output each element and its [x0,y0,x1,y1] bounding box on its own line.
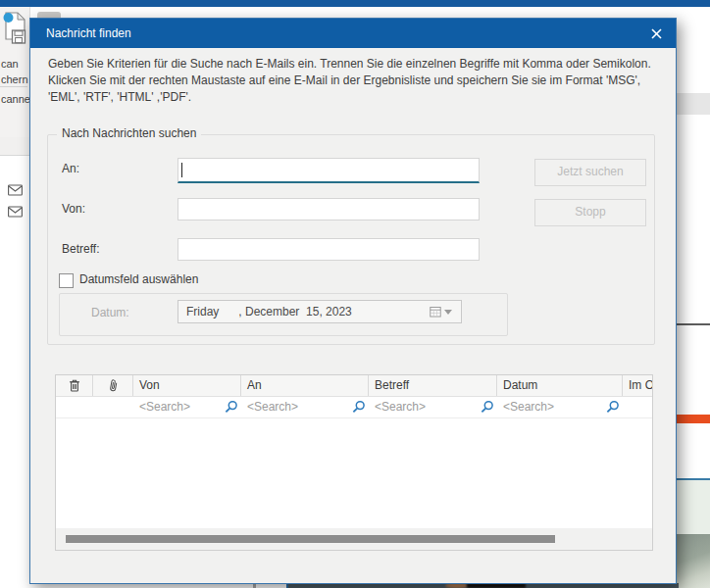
calendar-icon [430,306,441,318]
search-icon[interactable] [352,400,366,414]
filter-placeholder: <Search> [375,397,426,417]
column-header-betreff[interactable]: Betreff [369,375,497,396]
column-header-im-ordner[interactable]: Im O [623,375,652,396]
von-input[interactable] [178,198,480,220]
results-table-header: Von An Betreff Datum Im O [56,375,652,397]
filter-placeholder: <Search> [247,397,298,417]
paperclip-icon [107,378,118,392]
date-value: Friday , December 15, 2023 [186,305,352,318]
reading-pane-rule [677,323,710,325]
find-message-dialog: Nachricht finden Geben Sie Kriterien für… [29,18,677,584]
column-header-an[interactable]: An [241,375,369,396]
ribbon-label-fragment: canne [1,93,30,105]
horizontal-scrollbar[interactable] [56,528,652,550]
scrollbar-thumb[interactable] [66,535,555,543]
filter-betreff[interactable]: <Search> [369,397,497,417]
trash-icon [69,379,80,392]
dialog-title: Nachricht finden [46,19,131,48]
ribbon-label-fragment: chern [1,74,28,85]
envelope-icon [8,206,23,218]
an-label: An: [62,162,79,175]
betreff-label: Betreff: [62,242,99,256]
outlook-titlebar [0,0,710,7]
column-header-von[interactable]: Von [133,375,241,396]
date-group: Datum: Friday , December 15, 2023 [59,293,508,336]
column-header-datum[interactable]: Datum [497,375,623,396]
filter-placeholder: <Search> [503,397,554,417]
datum-label: Datum: [91,306,129,319]
an-input[interactable] [178,158,480,183]
embedded-photo-fragment [677,534,710,588]
date-field-checkbox[interactable] [59,273,74,288]
group-legend: Nach Nachrichten suchen [57,126,201,140]
save-scan-icon[interactable] [2,11,27,46]
search-now-button[interactable]: Jetzt suchen [534,159,646,186]
delete-column-header[interactable] [56,375,93,396]
date-field-checkbox-label: Datumsfeld auswählen [79,272,198,286]
von-label: Von: [62,202,85,216]
reading-pane-area [677,480,710,534]
filter-an[interactable]: <Search> [241,397,369,417]
results-filter-row: <Search> <Search> <Search> <Search> [56,397,652,418]
date-picker[interactable]: Friday , December 15, 2023 [178,300,462,323]
filter-cell-empty [56,397,93,417]
search-icon[interactable] [606,400,620,414]
reading-pane-orange-bar [677,415,710,423]
search-criteria-group: Nach Nachrichten suchen An: Von: Betreff… [47,134,655,345]
ribbon-divider [0,86,27,87]
filter-von[interactable]: <Search> [133,397,241,417]
outlook-ribbon-fragment: can chern canne [0,7,30,137]
ribbon-label-fragment: can [1,58,19,70]
betreff-input[interactable] [178,238,480,261]
envelope-icon [8,184,23,196]
filter-placeholder: <Search> [139,397,190,417]
reading-pane-fragment [677,7,710,588]
date-dropdown-button[interactable] [430,304,457,319]
attachment-column-header[interactable] [93,375,133,396]
filter-cell-empty [623,397,652,417]
stop-button[interactable]: Stopp [534,199,646,226]
mail-list-fragment [0,137,30,588]
results-table: Von An Betreff Datum Im O <Search> <Sear… [55,374,653,551]
dialog-instructions: Geben Sie Kriterien für die Suche nach E… [48,56,652,106]
search-icon[interactable] [225,400,238,414]
search-icon[interactable] [481,400,494,414]
chevron-down-icon [444,310,452,315]
filter-datum[interactable]: <Search> [497,397,623,417]
reading-pane-band [677,93,710,115]
filter-cell-empty [93,397,133,417]
dialog-titlebar[interactable]: Nachricht finden [30,19,676,48]
mail-list-bottom-fragment [0,584,253,588]
mail-list-header [0,137,29,156]
reading-pane-margin [256,584,286,588]
text-caret [181,163,182,177]
close-icon[interactable] [648,25,664,41]
